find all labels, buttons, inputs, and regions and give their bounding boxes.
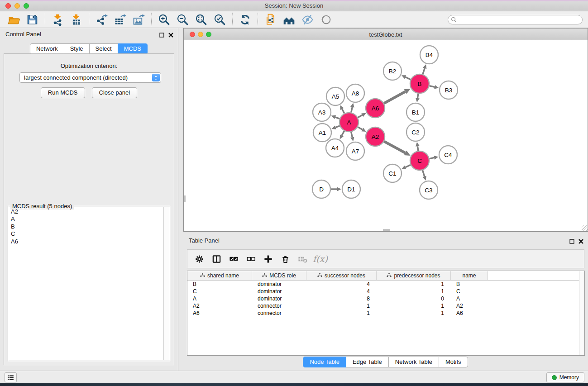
graph-edge-A6-B[interactable] xyxy=(384,89,411,103)
table-row[interactable]: Cdominator41C xyxy=(187,288,584,295)
table-cell[interactable]: A xyxy=(451,295,488,302)
graph-edge-A-A8[interactable] xyxy=(350,103,354,112)
table-cell[interactable]: 1 xyxy=(306,303,377,309)
table-scrollbar[interactable] xyxy=(579,271,584,355)
zoom-selected-icon[interactable] xyxy=(210,12,229,27)
table-cell[interactable]: connector xyxy=(252,310,306,316)
table-cell[interactable]: B xyxy=(451,281,488,287)
tab-mcds[interactable]: MCDS xyxy=(118,43,148,54)
graph-edge-C-C4[interactable] xyxy=(430,156,439,160)
close-panel-button[interactable]: Close panel xyxy=(92,87,138,98)
tab-motifs[interactable]: Motifs xyxy=(439,357,468,367)
graph-node-A3[interactable]: A3 xyxy=(313,103,331,121)
graph-edge-C-C1[interactable] xyxy=(402,165,411,169)
table-cell[interactable]: 1 xyxy=(306,310,377,316)
column-header-shared-name[interactable]: shared name xyxy=(187,271,252,280)
network-canvas[interactable]: B4B2BB3A5A8A6A3B1AA1C2A2A4A7C4CC1C3DD1 xyxy=(184,40,588,231)
graph-edge-B-B4[interactable] xyxy=(423,64,427,74)
table-cell[interactable]: 1 xyxy=(377,303,451,309)
graph-edge-A-A2[interactable] xyxy=(358,127,366,132)
table-cell[interactable]: dominator xyxy=(252,295,306,302)
table-cell[interactable]: 4 xyxy=(306,281,377,287)
tab-network-table[interactable]: Network Table xyxy=(388,357,439,367)
graph-edge-B-B2[interactable] xyxy=(402,75,411,79)
open-app-manager-icon[interactable] xyxy=(261,12,280,27)
canvas-vertical-scroll-thumb[interactable] xyxy=(184,195,186,202)
zoom-fit-icon[interactable] xyxy=(192,12,210,27)
tab-select[interactable]: Select xyxy=(89,43,118,54)
table-row[interactable]: Bdominator41B xyxy=(187,281,584,288)
mcds-result-item[interactable]: A xyxy=(11,215,163,223)
graph-node-D[interactable]: D xyxy=(312,180,330,198)
table-row[interactable]: A6connector11A6 xyxy=(187,310,584,317)
table-cell[interactable]: A6 xyxy=(187,310,252,316)
graph-node-A1[interactable]: A1 xyxy=(313,124,331,142)
close-table-panel-icon[interactable] xyxy=(578,238,583,243)
graph-node-A7[interactable]: A7 xyxy=(346,142,364,160)
table-cell[interactable]: B xyxy=(187,281,252,287)
graph-node-A6[interactable]: A6 xyxy=(366,99,385,118)
graph-edge-A-A7[interactable] xyxy=(350,132,354,141)
graph-edge-A-A6[interactable] xyxy=(358,113,366,118)
import-network-icon[interactable] xyxy=(48,12,67,27)
task-history-button[interactable] xyxy=(5,372,17,382)
table-cell[interactable]: A2 xyxy=(187,303,252,309)
graph-edge-A-A1[interactable] xyxy=(331,125,339,129)
mcds-result-item[interactable]: A6 xyxy=(11,238,163,245)
graph-node-A2[interactable]: A2 xyxy=(366,127,385,146)
graph-edge-A-A4[interactable] xyxy=(340,131,344,139)
graph-node-C4[interactable]: C4 xyxy=(439,146,457,164)
toggle-columns-icon[interactable] xyxy=(210,252,224,266)
column-header-name[interactable]: name xyxy=(451,271,488,280)
zoom-out-icon[interactable] xyxy=(173,12,192,27)
graph-node-C2[interactable]: C2 xyxy=(406,123,425,141)
graph-edge-A2-C[interactable] xyxy=(384,141,410,156)
zoom-in-icon[interactable] xyxy=(155,12,173,27)
add-column-icon[interactable] xyxy=(261,252,275,266)
graph-node-C3[interactable]: C3 xyxy=(420,181,438,199)
apply-layout-icon[interactable] xyxy=(236,12,254,27)
graph-node-A5[interactable]: A5 xyxy=(326,87,344,105)
graph-node-C[interactable]: C xyxy=(410,151,429,170)
graph-edge-D-D1[interactable] xyxy=(331,187,341,191)
graph-edge-A-A3[interactable] xyxy=(331,115,340,119)
float-table-panel-icon[interactable] xyxy=(569,238,574,243)
graph-node-B[interactable]: B xyxy=(410,74,429,93)
tab-style[interactable]: Style xyxy=(64,43,90,54)
result-scrollbar[interactable] xyxy=(163,207,169,360)
column-header-successor-nodes[interactable]: successor nodes xyxy=(306,271,377,280)
graph-node-A4[interactable]: A4 xyxy=(326,139,344,157)
run-mcds-button[interactable]: Run MCDS xyxy=(41,87,85,98)
tab-edge-table[interactable]: Edge Table xyxy=(346,357,389,367)
graph-edge-C-C3[interactable] xyxy=(422,170,426,181)
table-cell[interactable]: A6 xyxy=(451,310,488,316)
table-cell[interactable]: 1 xyxy=(377,288,451,295)
column-header-MCDS-role[interactable]: MCDS role xyxy=(252,271,306,280)
export-image-icon[interactable] xyxy=(129,12,148,27)
mcds-result-item[interactable]: B xyxy=(11,223,163,230)
graph-edge-B-B1[interactable] xyxy=(416,94,420,102)
table-cell[interactable]: 0 xyxy=(377,295,451,302)
window-resize-grip[interactable] xyxy=(582,225,588,231)
export-network-icon[interactable] xyxy=(92,12,111,27)
mcds-result-item[interactable]: A2 xyxy=(11,208,163,215)
column-header-predecessor-nodes[interactable]: predecessor nodes xyxy=(377,271,451,280)
close-panel-icon[interactable] xyxy=(168,31,173,36)
table-cell[interactable]: dominator xyxy=(252,281,306,287)
table-cell[interactable]: dominator xyxy=(252,288,306,295)
table-cell[interactable]: C xyxy=(451,288,488,295)
select-all-columns-icon[interactable] xyxy=(227,252,241,266)
table-cell[interactable]: 8 xyxy=(306,295,377,302)
open-session-icon[interactable] xyxy=(5,12,23,27)
mcds-result-item[interactable]: C xyxy=(11,230,163,238)
canvas-horizontal-scroll-thumb[interactable] xyxy=(383,229,390,231)
graph-edge-B-B3[interactable] xyxy=(429,85,439,89)
tab-network[interactable]: Network xyxy=(30,43,64,54)
graph-edge-C-C2[interactable] xyxy=(416,142,420,151)
table-cell[interactable]: connector xyxy=(252,303,306,309)
graph-node-D1[interactable]: D1 xyxy=(342,180,360,198)
hide-panels-icon[interactable] xyxy=(298,12,317,27)
table-cell[interactable]: 1 xyxy=(377,310,451,316)
tab-node-table[interactable]: Node Table xyxy=(303,357,346,367)
graph-node-C1[interactable]: C1 xyxy=(383,164,402,182)
